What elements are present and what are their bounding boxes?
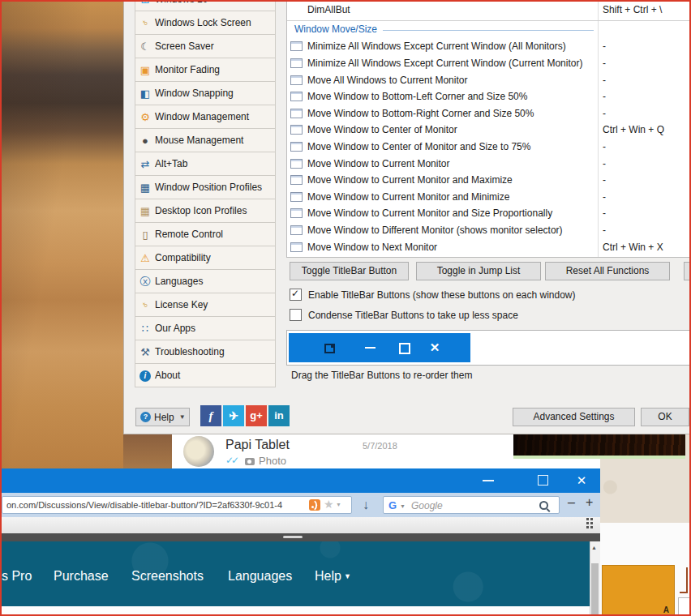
sidebar-item-compatibility[interactable]: ⚠Compatibility	[135, 246, 275, 270]
nav-link-purchase[interactable]: Purchase	[54, 569, 109, 584]
toggle-jump-list-button[interactable]: Toggle in Jump List	[416, 262, 541, 280]
grid-handle-icon[interactable]	[586, 522, 589, 524]
condense-titlebar-checkbox[interactable]	[290, 309, 302, 321]
read-ticks-icon: ✓✓	[225, 455, 237, 466]
condense-titlebar-option[interactable]: Condense TitleBar Buttons to take up les…	[290, 309, 518, 321]
google-plus-icon[interactable]: g+	[246, 405, 267, 426]
functions-list[interactable]: DimAllBut Shift + Ctrl + \ Window Move/S…	[286, 0, 691, 258]
sidebar-item-monitor-fading[interactable]: ▣Monitor Fading	[135, 58, 275, 82]
window-icon	[290, 159, 303, 169]
sidebar-item-window-management[interactable]: ⚙Window Management	[135, 105, 275, 129]
enable-titlebar-option[interactable]: Enable TitleBar Buttons (show these butt…	[290, 289, 576, 301]
twitter-icon[interactable]: ✈	[223, 405, 244, 426]
nav-link-languages[interactable]: Languages	[228, 569, 292, 584]
window-snapping-icon: ◧	[135, 88, 155, 99]
function-row[interactable]: Move Window to Current Monitor and Minim…	[287, 188, 598, 205]
minimize-icon[interactable]	[483, 480, 494, 481]
reset-all-functions-button[interactable]: Reset All Functions	[545, 262, 670, 280]
close-icon[interactable]: ✕	[427, 333, 443, 362]
function-row[interactable]: Move Window to Bottom-Left Corner and Si…	[287, 88, 598, 105]
maximize-icon[interactable]	[399, 343, 410, 354]
function-row-dimallbut[interactable]: DimAllBut Shift + Ctrl + \	[287, 2, 691, 19]
displayfusion-titlebar-icon[interactable]	[324, 344, 335, 353]
function-row[interactable]: Move Window to Current Monitor and Size …	[287, 205, 598, 222]
minimize-icon[interactable]	[365, 347, 376, 349]
sidebar-item-alt-tab[interactable]: ⇄Alt+Tab	[135, 152, 275, 176]
section-header: Window Move/Size	[287, 24, 595, 37]
partial-button[interactable]	[684, 262, 691, 280]
function-row[interactable]: Minimize All Windows Except Current Wind…	[287, 38, 598, 55]
advanced-settings-button[interactable]: Advanced Settings	[513, 408, 635, 426]
sidebar-item-about[interactable]: iAbout	[135, 364, 275, 387]
window-icon	[290, 75, 303, 85]
window-position-profiles-icon: ▦	[135, 182, 155, 193]
page-body	[0, 606, 600, 616]
sidebar-item-window-snapping[interactable]: ◧Window Snapping	[135, 82, 275, 105]
function-row[interactable]: Move Window to Current Monitor and Maxim…	[287, 172, 598, 189]
function-row[interactable]: Minimize All Windows Except Current Wind…	[287, 55, 598, 72]
close-icon[interactable]: ✕	[571, 468, 592, 493]
titlebar-preview[interactable]: ✕	[289, 333, 470, 362]
scroll-up-icon[interactable]: ▲	[591, 545, 597, 550]
search-placeholder: Google	[411, 500, 443, 511]
ok-button[interactable]: OK	[641, 408, 689, 426]
nav-link-pro[interactable]: s Pro	[2, 569, 32, 584]
nav-link-screenshots[interactable]: Screenshots	[131, 569, 204, 584]
toggle-titlebar-button[interactable]: Toggle TitleBar Button	[290, 262, 409, 280]
function-row[interactable]: Move Window to Center of Monitor and Siz…	[287, 139, 598, 156]
sidebar-item-mouse-management[interactable]: ●Mouse Management	[135, 129, 275, 152]
sidebar-item-license-key[interactable]: ♀License Key	[135, 293, 275, 317]
chevron-down-icon: ▼	[179, 413, 186, 421]
url-input[interactable]: on.com/Discussions/View/disable-titlebar…	[2, 496, 352, 514]
search-input[interactable]: G ▼ Google	[383, 496, 560, 514]
search-icon[interactable]	[539, 501, 548, 510]
help-icon: ?	[140, 412, 151, 422]
sidebar-item-troubleshooting[interactable]: ⚒Troubleshooting	[135, 340, 275, 364]
license-key-icon: ♀	[135, 300, 155, 310]
nav-link-help[interactable]: Help▼	[315, 569, 351, 584]
sidebar-item-screen-saver[interactable]: ☾Screen Saver	[135, 35, 275, 58]
zoom-in-icon[interactable]: +	[586, 495, 593, 510]
help-button[interactable]: ? Help ▼	[135, 408, 190, 426]
window-icon	[290, 175, 303, 185]
zoom-out-icon[interactable]: –	[568, 495, 575, 510]
our-apps-icon: ∷	[135, 323, 155, 334]
sidebar-item-windows-10[interactable]: ⊞Windows 10	[135, 0, 275, 11]
amber-letter: A	[663, 605, 669, 614]
rss-icon[interactable]	[309, 499, 320, 511]
chevron-down-icon[interactable]: ▼	[336, 502, 341, 507]
about-icon: i	[135, 370, 155, 382]
function-row[interactable]: Move Window to Different Monitor (shows …	[287, 222, 598, 239]
sidebar-item-windows-lock-screen[interactable]: ♀Windows Lock Screen	[135, 11, 275, 35]
sidebar-item-our-apps[interactable]: ∷Our Apps	[135, 317, 275, 340]
linkedin-icon[interactable]: in	[268, 405, 290, 426]
function-row[interactable]: Move Window to Center of Monitor	[287, 122, 598, 139]
bookmark-star-icon[interactable]: ★	[324, 498, 334, 511]
maximize-icon[interactable]	[538, 475, 548, 486]
drag-handle[interactable]	[283, 536, 303, 538]
chevron-down-icon[interactable]: ▼	[400, 503, 406, 509]
sidebar-item-remote-control[interactable]: ▯Remote Control	[135, 223, 275, 246]
desktop-icon-profiles-icon: ▦	[135, 206, 155, 216]
windows-10-icon: ⊞	[135, 0, 155, 5]
function-row[interactable]: Move All Windows to Current Monitor	[287, 71, 598, 88]
facebook-icon[interactable]: f	[200, 405, 221, 426]
window-icon	[290, 142, 303, 152]
sidebar-item-languages[interactable]: ⓧLanguages	[135, 270, 275, 293]
hotkey-column-divider	[598, 0, 599, 257]
function-row[interactable]: Move Window to Bottom-Right Corner and S…	[287, 105, 598, 122]
download-icon[interactable]: ↓	[357, 496, 375, 514]
function-row[interactable]: Move Window to Next Monitor	[287, 238, 598, 255]
function-row[interactable]: Move Window to Current Monitor	[287, 155, 598, 172]
browser-titlebar[interactable]: ✕	[0, 468, 600, 493]
scrollbar-thumb[interactable]	[591, 563, 599, 616]
amber-image: A	[602, 565, 675, 616]
window-icon	[290, 109, 303, 118]
sidebar-item-desktop-icon-profiles[interactable]: ▦Desktop Icon Profiles	[135, 199, 275, 223]
alt-tab-icon: ⇄	[135, 159, 155, 169]
enable-titlebar-checkbox[interactable]	[290, 289, 302, 301]
site-header: s Pro Purchase Screenshots Languages Hel…	[0, 541, 600, 606]
sidebar-item-window-position-profiles[interactable]: ▦Window Position Profiles	[135, 176, 275, 199]
avatar	[183, 436, 214, 467]
chat-photo-thumbnail[interactable]	[513, 434, 685, 456]
